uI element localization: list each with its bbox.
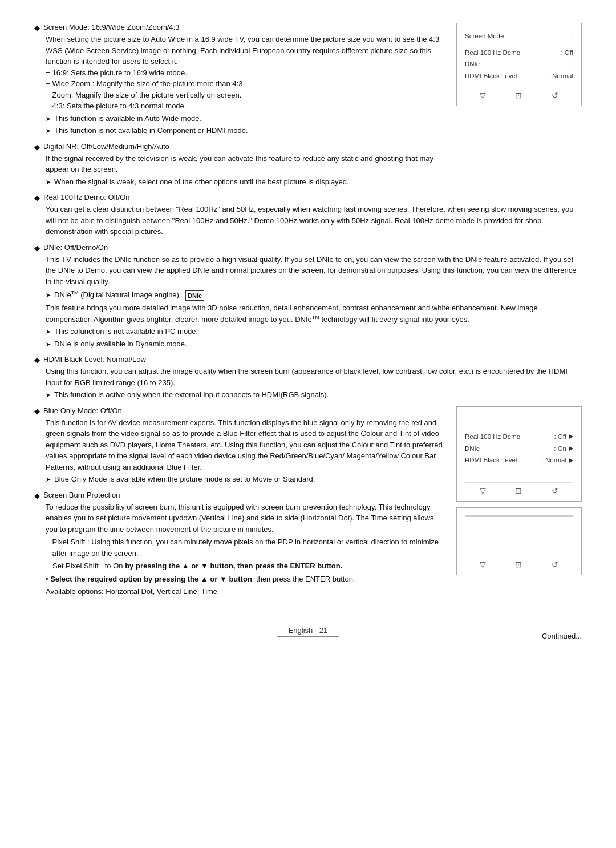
arrow-item-1: This function is available in Auto Wide … [46,113,445,124]
section-title-text: Screen Mode: 16:9/Wide Zoom/Zoom/4:3 [43,23,179,31]
tv-bottom-icon-return: ↺ [552,560,558,569]
section-body-screen-burn: To reduce the possibility of screen burn… [46,502,445,597]
diamond-icon-6: ◆ [34,407,40,415]
section-title-text-4: DNIe: Off/Demo/On [43,243,108,252]
arrow-icon-5 [46,326,51,337]
section-title-blue-only: ◆ Blue Only Mode: Off/On [34,406,445,415]
tv-label-0: Real 100 Hz Demo [465,47,520,59]
tv-mid-label-1: DNIe [465,443,480,455]
dash-item-5: Pixel Shift : Using this function, you c… [46,536,445,559]
body-text-5: Using this function, you can adjust the … [46,366,582,388]
tv-mid-value-1: : On [554,443,566,455]
available-options: Available options: Horizontal Dot, Verti… [46,586,445,597]
arrow-item-3: When the signal is weak, select one of t… [46,176,445,188]
pixel-shift-text: Set Pixel Shift to On by pressing the ▲ … [52,560,445,572]
arrow-icon-3 [46,176,51,188]
tv-mid-icon-return: ↺ [552,486,558,495]
tv-box-top: Screen Mode : Real 100 Hz Demo : Off DNI… [456,23,582,106]
arrow-icon-1 [46,113,51,124]
arrow-icon-2 [46,125,51,136]
sidebar-top: Screen Mode : Real 100 Hz Demo : Off DNI… [456,23,582,112]
diamond-icon-3: ◆ [34,193,40,202]
section-body-digital-nr: If the signal received by the television… [46,153,445,188]
body-text: When setting the picture size to Auto Wi… [46,34,445,67]
body-text-7: To reduce the possibility of screen burn… [46,502,445,535]
tv-bottom-icon-down: ▽ [480,560,486,569]
arrow-item-5: This cofunction is not available in PC m… [46,326,582,337]
page: ◆ Screen Mode: 16:9/Wide Zoom/Zoom/4:3 W… [0,0,616,675]
diamond-icon-4: ◆ [34,244,40,252]
tv-box-bottom-bar [465,515,573,517]
section-screen-mode: ◆ Screen Mode: 16:9/Wide Zoom/Zoom/4:3 W… [34,23,445,136]
tv-label-2: HDMI Black Level [465,70,517,82]
main-content-mid: ◆ Blue Only Mode: Off/On This function i… [34,406,445,603]
section-title-text-2: Digital NR: Off/Low/Medium/High/Auto [43,142,169,151]
tv-icon-return: ↺ [552,91,558,100]
section-title-screen-burn: ◆ Screen Burn Protection [34,491,445,500]
section-title-digital-nr: ◆ Digital NR: Off/Low/Medium/High/Auto [34,142,445,151]
dnie-label: DNIeTM (Digital Natural Image engine) DN… [54,289,204,301]
diamond-icon: ◆ [34,23,40,32]
tv-mid-value-2: : Normal [542,454,566,466]
tv-mid-arrow-0: ▶ [569,431,573,442]
tm-mark-1: TM [71,290,79,296]
dash-item-1: 16:9: Sets the picture to 16:9 wide mode… [46,67,445,79]
arrow-icon-6 [46,338,51,350]
body-text-3: You can get a clear distinction between … [46,204,582,237]
tv-mid-label-0: Real 100 Hz Demo [465,431,520,443]
section-digital-nr: ◆ Digital NR: Off/Low/Medium/High/Auto I… [34,142,445,188]
tv-value-2: : Normal [549,70,573,82]
tv-box-screen-mode-colon: : [572,30,573,42]
tv-mid-icon-enter: ⊡ [515,486,522,495]
dash-item-2: Wide Zoom : Magnify the size of the pict… [46,78,445,90]
dash-item-3: Zoom: Magnify the size of the picture ve… [46,90,445,101]
language-badge: English - 21 [277,624,340,637]
tv-box-top-title-row: Screen Mode : [465,30,573,42]
tv-box-icons-top: ▽ ⊡ ↺ [465,87,573,100]
section-real-100hz: ◆ Real 100Hz Demo: Off/On You can get a … [34,193,582,237]
tv-box-icons-mid: ▽ ⊡ ↺ [465,482,573,495]
language-text: English - 21 [289,626,328,635]
tv-icon-enter: ⊡ [515,91,522,100]
arrow-item-6: DNIe is only available in Dynamic mode. [46,338,582,350]
section-body-hdmi-black: Using this function, you can adjust the … [46,366,582,401]
tv-box-mid: Real 100 Hz Demo : Off ▶ DNIe : On ▶ HDM… [456,406,582,502]
section-screen-burn: ◆ Screen Burn Protection To reduce the p… [34,491,445,597]
tv-mid-value-0: : Off [554,431,566,443]
arrow-icon-7 [46,389,51,401]
body-text-6: This function is for AV device measureme… [46,417,445,473]
section-title-text-7: Screen Burn Protection [43,491,120,499]
section-title-text-6: Blue Only Mode: Off/On [43,406,122,415]
sidebar-mid-bottom: Real 100 Hz Demo : Off ▶ DNIe : On ▶ HDM… [456,406,582,581]
tv-icon-down: ▽ [480,91,486,100]
tv-value-1: : [572,58,573,70]
section-title-hdmi-black: ◆ HDMI Black Level: Normal/Low [34,355,582,364]
section-body-dnie: This TV includes the DNIe function so as… [46,254,582,350]
tv-mid-icon-down: ▽ [480,486,486,495]
continued-text: Continued... [542,632,582,640]
section-title-text-5: HDMI Black Level: Normal/Low [43,355,146,364]
tv-box-mid-row-1: DNIe : On ▶ [465,443,573,455]
available-options-text: Available options: Horizontal Dot, Verti… [46,586,445,597]
section-hdmi-black: ◆ HDMI Black Level: Normal/Low Using thi… [34,355,582,401]
main-content-top: ◆ Screen Mode: 16:9/Wide Zoom/Zoom/4:3 W… [34,23,445,193]
arrow-item-7: This function is active only when the ex… [46,389,582,401]
section-dnie: ◆ DNIe: Off/Demo/On This TV includes the… [34,243,582,350]
mid-layout: ◆ Blue Only Mode: Off/On This function i… [34,406,582,603]
section-title-text-3: Real 100Hz Demo: Off/On [43,193,130,201]
tv-box-bottom: ▽ ⊡ ↺ [456,507,582,575]
diamond-icon-7: ◆ [34,491,40,500]
dnie-body2: This feature brings you more detailed im… [46,302,582,325]
tv-box-row-0: Real 100 Hz Demo : Off [465,47,573,59]
section-title-screen-mode: ◆ Screen Mode: 16:9/Wide Zoom/Zoom/4:3 [34,23,445,32]
section-title-real-100hz: ◆ Real 100Hz Demo: Off/On [34,193,582,202]
diamond-icon-5: ◆ [34,356,40,364]
select-option-text: • Select the required option by pressing… [46,574,445,585]
tv-box-mid-row-0: Real 100 Hz Demo : Off ▶ [465,431,573,443]
body-text-2: If the signal received by the television… [46,153,445,175]
tv-box-icons-bottom: ▽ ⊡ ↺ [465,556,573,569]
dnie-logo-row: DNIeTM (Digital Natural Image engine) DN… [46,289,582,301]
top-layout: ◆ Screen Mode: 16:9/Wide Zoom/Zoom/4:3 W… [34,23,582,193]
tm-mark-2: TM [312,314,319,320]
tv-mid-arrow-1: ▶ [569,443,573,454]
